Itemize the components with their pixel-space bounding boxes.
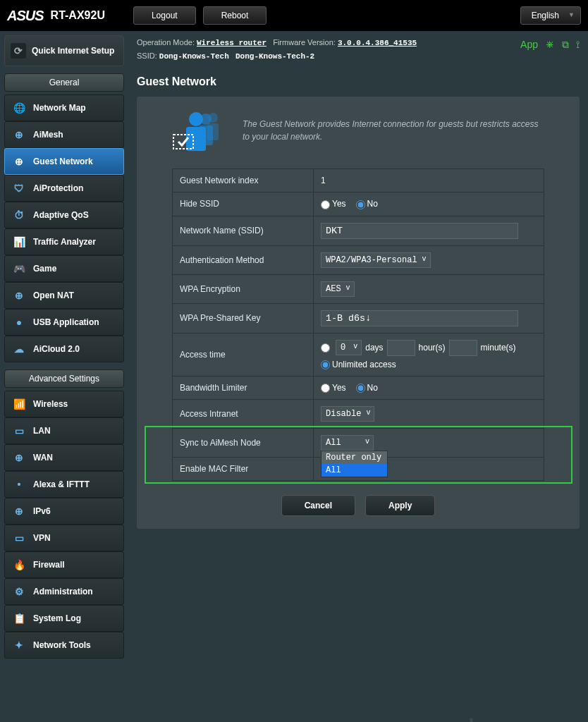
ssid-label: SSID:: [137, 51, 157, 60]
advanced-label: Administration: [33, 587, 93, 596]
advanced-icon: •: [12, 477, 26, 491]
logout-button[interactable]: Logout: [133, 6, 196, 25]
general-icon: 🛡: [12, 181, 26, 195]
general-label: AiMesh: [33, 130, 63, 140]
info-bar: Operation Mode: Wireless router Firmware…: [137, 37, 580, 63]
auth-label: Authentication Method: [173, 245, 314, 274]
general-item-open-nat[interactable]: ⊕Open NAT: [4, 282, 124, 309]
general-item-game[interactable]: 🎮Game: [4, 255, 124, 282]
advanced-item-ipv6[interactable]: ⊕IPv6: [4, 498, 124, 525]
auth-select[interactable]: WPA2/WPA3-Personal: [321, 252, 431, 268]
advanced-item-lan[interactable]: ▭LAN: [4, 417, 124, 444]
general-icon: ☁: [12, 342, 26, 356]
general-label: Adaptive QoS: [33, 210, 89, 220]
general-item-adaptive-qos[interactable]: ⏱Adaptive QoS: [4, 202, 124, 228]
advanced-icon: 🔥: [12, 558, 26, 572]
advanced-label: Firewall: [33, 560, 65, 570]
general-label: Game: [33, 264, 56, 274]
hide-ssid-label: Hide SSID: [173, 192, 314, 216]
advanced-icon: ⊕: [12, 451, 26, 465]
usb-icon[interactable]: ⟟: [576, 37, 580, 52]
svg-point-4: [189, 112, 203, 126]
hide-ssid-yes[interactable]: Yes: [321, 199, 346, 209]
index-value: 1: [314, 169, 544, 192]
advanced-icon: ▭: [12, 531, 26, 545]
advanced-item-administration[interactable]: ⚙Administration: [4, 578, 124, 605]
bw-yes[interactable]: Yes: [321, 383, 346, 393]
advanced-icon: ✦: [12, 638, 26, 652]
app-link[interactable]: App: [520, 37, 538, 52]
advanced-label: IPv6: [33, 506, 51, 516]
advanced-item-wireless[interactable]: 📶Wireless: [4, 391, 124, 417]
advanced-item-wan[interactable]: ⊕WAN: [4, 444, 124, 471]
hide-ssid-no[interactable]: No: [356, 199, 378, 209]
general-label: Open NAT: [33, 290, 74, 300]
enc-select[interactable]: AES: [321, 281, 355, 297]
network-icon[interactable]: ⧉: [562, 37, 569, 52]
sync-option-all[interactable]: All: [321, 464, 387, 477]
general-item-guest-network[interactable]: ⊕Guest Network: [4, 148, 124, 175]
advanced-label: Alexa & IFTTT: [33, 479, 90, 489]
advanced-section-header: Advanced Settings: [4, 369, 124, 388]
op-mode-label: Operation Mode:: [137, 38, 195, 47]
qis-label: Quick Internet Setup: [32, 46, 114, 56]
network-name-input[interactable]: [321, 223, 518, 239]
status-icons: App ⛯ ⧉ ⟟: [520, 37, 580, 63]
minutes-input[interactable]: [449, 340, 477, 356]
general-label: Network Map: [33, 103, 86, 113]
general-item-aicloud-2-0[interactable]: ☁AiCloud 2.0: [4, 336, 124, 362]
sync-select[interactable]: All: [321, 435, 374, 451]
general-section-header: General: [4, 73, 124, 92]
bw-no[interactable]: No: [356, 383, 378, 393]
general-label: Guest Network: [33, 157, 93, 166]
main-content: Operation Mode: Wireless router Firmware…: [128, 31, 588, 663]
op-mode-link[interactable]: Wireless router: [197, 39, 267, 47]
mac-filter-label: Enable MAC Filter: [173, 458, 314, 481]
ssid2-value: Dong-Knows-Tech-2: [235, 52, 314, 61]
sync-option-router-only[interactable]: Router only: [321, 451, 387, 464]
general-label: AiCloud 2.0: [33, 344, 80, 354]
reboot-button[interactable]: Reboot: [203, 6, 267, 25]
guest-network-icon: [172, 109, 228, 152]
access-time-limited-radio[interactable]: [321, 343, 330, 353]
sidebar: ⟳ Quick Internet Setup General 🌐Network …: [0, 31, 128, 663]
qis-icon: ⟳: [11, 43, 26, 59]
network-name-label: Network Name (SSID): [173, 216, 314, 245]
quick-internet-setup-button[interactable]: ⟳ Quick Internet Setup: [4, 35, 124, 66]
svg-rect-5: [186, 127, 206, 151]
general-item-aimesh[interactable]: ⊕AiMesh: [4, 121, 124, 148]
general-item-usb-application[interactable]: ●USB Application: [4, 309, 124, 336]
general-icon: ⊕: [12, 128, 26, 142]
general-icon: ⊕: [12, 288, 26, 302]
language-select[interactable]: English: [520, 6, 581, 25]
psk-label: WPA Pre-Shared Key: [173, 303, 314, 333]
advanced-label: VPN: [33, 533, 51, 543]
content-panel: The Guest Network provides Internet conn…: [137, 97, 580, 529]
advanced-item-network-tools[interactable]: ✦Network Tools: [4, 632, 124, 659]
general-item-aiprotection[interactable]: 🛡AiProtection: [4, 175, 124, 202]
unlimited-access-radio[interactable]: Unlimited access: [321, 360, 396, 369]
apply-button[interactable]: Apply: [365, 495, 435, 516]
model-name: RT-AX92U: [51, 9, 105, 22]
intranet-select[interactable]: Disable: [321, 406, 374, 422]
general-item-network-map[interactable]: 🌐Network Map: [4, 94, 124, 121]
advanced-item-system-log[interactable]: 📋System Log: [4, 605, 124, 632]
psk-input[interactable]: [321, 310, 518, 326]
cancel-button[interactable]: Cancel: [281, 495, 355, 516]
advanced-item-vpn[interactable]: ▭VPN: [4, 525, 124, 551]
intro-text: The Guest Network provides Internet conn…: [243, 118, 544, 143]
days-select[interactable]: 0: [336, 340, 362, 355]
general-item-traffic-analyzer[interactable]: 📊Traffic Analyzer: [4, 228, 124, 255]
advanced-label: System Log: [33, 613, 81, 623]
user-icon[interactable]: ⛯: [545, 37, 555, 52]
ssid1-value: Dong-Knows-Tech: [159, 52, 229, 61]
fw-link[interactable]: 3.0.0.4.386_41535: [338, 39, 417, 47]
advanced-item-firewall[interactable]: 🔥Firewall: [4, 551, 124, 578]
general-icon: 📊: [12, 235, 26, 249]
general-icon: ⏱: [12, 208, 26, 222]
brand-logo: ASUS: [7, 8, 44, 24]
hours-input[interactable]: [387, 340, 415, 356]
advanced-item-alexa-ifttt[interactable]: •Alexa & IFTTT: [4, 471, 124, 498]
general-icon: 🎮: [12, 262, 26, 276]
intranet-label: Access Intranet: [173, 400, 314, 429]
